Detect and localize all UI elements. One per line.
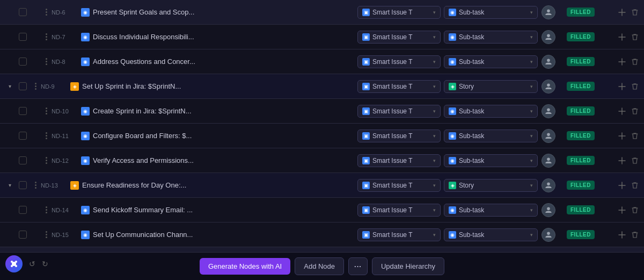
generate-nodes-button[interactable]: Generate Nodes with AI: [200, 258, 290, 275]
collapse-icon[interactable]: ▾: [5, 82, 14, 91]
collapse-toggle[interactable]: ▾: [4, 181, 15, 190]
delete-action-button[interactable]: [630, 8, 640, 17]
row-checkbox-cell: [15, 132, 30, 140]
delete-action-button[interactable]: [630, 156, 640, 166]
add-action-button[interactable]: [617, 106, 627, 116]
row-title: ◉ Verify Access and Permissions...: [81, 156, 357, 165]
avatar[interactable]: [541, 55, 555, 69]
avatar[interactable]: [541, 178, 555, 192]
delete-action-button[interactable]: [630, 57, 640, 67]
delete-action-button[interactable]: [630, 106, 640, 116]
delete-action-button[interactable]: [630, 32, 640, 42]
type-dropdown[interactable]: ▣ Smart Issue T ▾: [357, 179, 441, 192]
issue-type-dropdown[interactable]: ◉ Sub-task ▾: [444, 31, 538, 44]
avatar[interactable]: [541, 30, 555, 44]
avatar[interactable]: [541, 154, 555, 168]
type-dropdown[interactable]: ▣ Smart Issue T ▾: [357, 6, 441, 19]
issue-type-dropdown[interactable]: ◈ Story ▾: [444, 80, 538, 93]
type-dropdown-chevron: ▾: [433, 158, 436, 163]
row-checkbox[interactable]: [19, 107, 27, 115]
issue-type-chevron: ▾: [530, 183, 533, 188]
undo-button[interactable]: ↺: [27, 257, 38, 270]
add-action-button[interactable]: [617, 32, 627, 42]
add-action-button[interactable]: [617, 82, 627, 91]
row-title: ◉ Present Sprint Goals and Scop...: [81, 8, 357, 17]
drag-handle[interactable]: [30, 182, 41, 189]
redo-button[interactable]: ↻: [40, 257, 50, 270]
drag-handle[interactable]: [41, 9, 52, 16]
type-dropdown[interactable]: ▣ Smart Issue T ▾: [357, 31, 441, 44]
issue-type-dropdown[interactable]: ◉ Sub-task ▾: [444, 154, 538, 167]
drag-handle[interactable]: [41, 206, 52, 213]
drag-handle[interactable]: [41, 58, 52, 65]
add-action-button[interactable]: [617, 131, 627, 141]
issue-type-badge-label: Story: [459, 182, 474, 189]
drag-handle[interactable]: [30, 83, 41, 90]
actions-cell: [602, 181, 640, 190]
issue-type-dropdown[interactable]: ◉ Sub-task ▾: [444, 204, 538, 217]
update-hierarchy-button[interactable]: Update Hierarchy: [372, 257, 444, 275]
avatar[interactable]: [541, 80, 555, 94]
row-checkbox[interactable]: [19, 82, 27, 90]
add-action-button[interactable]: [617, 156, 627, 166]
issue-type-dropdown[interactable]: ◉ Sub-task ▾: [444, 55, 538, 68]
issue-type-dropdown[interactable]: ◈ Story ▾: [444, 179, 538, 192]
row-checkbox[interactable]: [19, 132, 27, 140]
issue-type-badge-icon: ◉: [449, 206, 456, 214]
add-action-button[interactable]: [617, 57, 627, 67]
collapse-toggle[interactable]: ▾: [4, 82, 15, 91]
delete-action-button[interactable]: [630, 131, 640, 141]
title-text: Configure Board and Filters: $...: [93, 132, 192, 140]
row-id: ND-6: [52, 9, 81, 16]
avatar[interactable]: [541, 228, 555, 242]
svg-point-1: [11, 261, 13, 263]
delete-action-button[interactable]: [630, 82, 640, 91]
type-dropdown[interactable]: ▣ Smart Issue T ▾: [357, 105, 441, 118]
avatar[interactable]: [541, 104, 555, 118]
type-dropdown[interactable]: ▣ Smart Issue T ▾: [357, 154, 441, 167]
type-dropdown[interactable]: ▣ Smart Issue T ▾: [357, 228, 441, 241]
table-row: ND-7 ◉ Discuss Individual Responsibili..…: [0, 25, 644, 49]
type-dropdown[interactable]: ▣ Smart Issue T ▾: [357, 204, 441, 217]
avatar[interactable]: [541, 203, 555, 217]
title-type-icon: ◉: [81, 132, 90, 140]
delete-action-button[interactable]: [630, 181, 640, 190]
collapse-icon[interactable]: ▾: [5, 181, 14, 190]
row-checkbox[interactable]: [19, 206, 27, 214]
issue-type-dropdown[interactable]: ◉ Sub-task ▾: [444, 130, 538, 142]
type-badge-icon: ▣: [362, 206, 370, 214]
add-action-button[interactable]: [617, 181, 627, 190]
row-checkbox[interactable]: [19, 33, 27, 41]
avatar[interactable]: [541, 129, 555, 143]
type-dropdown[interactable]: ▣ Smart Issue T ▾: [357, 130, 441, 142]
drag-handle[interactable]: [41, 157, 52, 164]
issue-type-badge-label: Story: [459, 83, 474, 90]
type-dropdown[interactable]: ▣ Smart Issue T ▾: [357, 55, 441, 68]
status-cell: FILLED: [559, 8, 602, 17]
more-options-button[interactable]: ···: [348, 257, 368, 275]
row-checkbox[interactable]: [19, 231, 27, 239]
row-checkbox[interactable]: [19, 156, 27, 164]
row-checkbox[interactable]: [19, 8, 27, 16]
drag-handle[interactable]: [41, 33, 52, 40]
add-action-button[interactable]: [617, 205, 627, 215]
row-checkbox[interactable]: [19, 58, 27, 66]
avatar[interactable]: [541, 5, 555, 19]
row-checkbox-cell: [15, 58, 30, 66]
drag-handle[interactable]: [41, 132, 52, 139]
delete-action-button[interactable]: [630, 230, 640, 240]
issue-type-dropdown[interactable]: ◉ Sub-task ▾: [444, 6, 538, 19]
row-checkbox[interactable]: [19, 181, 27, 189]
actions-cell: [602, 8, 640, 17]
drag-handle[interactable]: [41, 107, 52, 114]
delete-action-button[interactable]: [630, 205, 640, 215]
drag-handle[interactable]: [41, 231, 52, 238]
type-dropdown[interactable]: ▣ Smart Issue T ▾: [357, 80, 441, 93]
issue-type-dropdown[interactable]: ◉ Sub-task ▾: [444, 105, 538, 118]
add-action-button[interactable]: [617, 230, 627, 240]
title-text: Send Kickoff Summary Email: ...: [93, 206, 193, 214]
type-badge-icon: ▣: [362, 58, 370, 66]
add-action-button[interactable]: [617, 8, 627, 17]
add-node-button[interactable]: Add Node: [295, 257, 344, 275]
issue-type-dropdown[interactable]: ◉ Sub-task ▾: [444, 228, 538, 241]
